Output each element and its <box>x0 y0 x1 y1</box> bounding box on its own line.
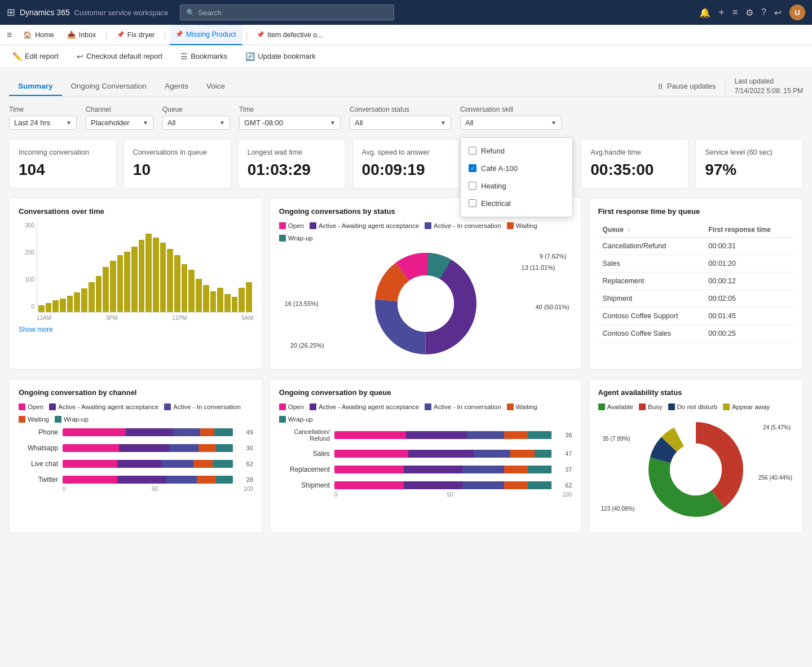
tab-agents[interactable]: Agents <box>156 77 197 96</box>
queue-active-in-label: Active - In conversation <box>434 403 501 410</box>
filter-queue-select[interactable]: All ▼ <box>162 116 230 130</box>
agent-away-dot <box>723 403 730 410</box>
channel-phone-track <box>63 428 233 436</box>
home-icon: 🏠 <box>23 30 32 39</box>
twitter-seg-waiting <box>197 476 215 484</box>
search-input[interactable] <box>198 8 388 17</box>
skill-cafe-checkbox[interactable]: ✓ <box>469 164 476 172</box>
last-updated-label: Last updated <box>735 77 803 86</box>
add-icon[interactable]: + <box>718 7 725 19</box>
tab-home[interactable]: 🏠 Home <box>17 25 60 45</box>
filter-conv-skill-select[interactable]: All ▼ <box>460 116 562 130</box>
cancel-seg-active-await <box>406 431 467 439</box>
first-response-title: First response time by queue <box>598 207 793 216</box>
skill-refund-checkbox[interactable] <box>469 147 476 155</box>
twitter-seg-wrapup <box>216 476 233 484</box>
first-response-table-scroll[interactable]: Queue ↑ First response time Cancellation… <box>598 222 793 343</box>
agent-legend-away: Appear away <box>723 403 770 410</box>
bar-15 <box>139 240 145 311</box>
livechat-seg-wrapup <box>213 460 233 468</box>
y-label-300: 300 <box>19 222 34 229</box>
ongoing-by-channel-card: Ongoing conversation by channel Open Act… <box>9 379 263 533</box>
app-grid-icon[interactable]: ⊞ <box>7 6 15 19</box>
edit-report-button[interactable]: ✏️ Edit report <box>9 50 62 63</box>
bar-26 <box>217 288 223 312</box>
skill-refund-item[interactable]: Refund <box>461 142 572 160</box>
queue-replacement-label: Replacement <box>279 466 330 473</box>
skill-heating-item[interactable]: Heating <box>461 177 572 195</box>
filter-queue-label: Queue <box>162 106 230 113</box>
search-box[interactable]: 🔍 <box>180 5 394 20</box>
checkout-default-report-button[interactable]: ↩ Checkout default report <box>73 50 166 63</box>
queue-row-cancel-refund: Cancellation/ Refund 36 <box>279 428 572 442</box>
filter-time-select[interactable]: Last 24 hrs ▼ <box>9 116 77 130</box>
channel-twitter-label: Twitter <box>19 476 58 484</box>
sales-seg-active-in <box>474 450 511 458</box>
channel-twitter-track <box>63 476 233 484</box>
tab-voice[interactable]: Voice <box>197 77 234 96</box>
skill-electrical-checkbox[interactable] <box>469 199 476 207</box>
top-navigation: ⊞ Dynamics 365 Customer service workspac… <box>0 0 812 25</box>
filter-time2-select[interactable]: GMT -08:00 ▼ <box>239 116 341 130</box>
ongoing-by-queue-title: Ongoing conversation by queue <box>279 388 572 397</box>
filter-channel-select[interactable]: Placeholder ▼ <box>86 116 153 130</box>
col-queue[interactable]: Queue ↑ <box>598 222 704 238</box>
help-icon[interactable]: ? <box>761 7 766 17</box>
sales-seg-active-await <box>408 450 474 458</box>
queue-active-await-label: Active - Awaiting agent acceptance <box>319 403 419 410</box>
tab-item-defective[interactable]: 📌 Item defective o... <box>251 25 329 45</box>
sort-icon: ↑ <box>628 227 630 233</box>
tab-missing-product[interactable]: 📌 Missing Product <box>170 25 242 45</box>
skill-electrical-item[interactable]: Electrical <box>461 195 572 212</box>
pin-icon-2: 📌 <box>175 30 183 38</box>
channel-active-await-dot <box>49 403 56 410</box>
legend-active-awaiting: Active - Awaiting agent acceptance <box>310 222 419 229</box>
filter-time-chevron: ▼ <box>66 120 72 126</box>
update-bookmark-icon: 🔄 <box>245 52 255 61</box>
pause-icon: ⏸ <box>656 82 664 91</box>
filter-conv-status-select[interactable]: All ▼ <box>350 116 451 130</box>
channel-active-in-dot <box>164 403 171 410</box>
update-bookmark-button[interactable]: 🔄 Update bookmark <box>242 50 319 63</box>
ongoing-by-status-card: Ongoing conversations by status Open Act… <box>270 198 582 370</box>
bar-3 <box>52 300 59 312</box>
channel-legend: Open Active - Awaiting agent acceptance … <box>19 403 253 423</box>
queue-legend-open: Open <box>279 403 304 410</box>
channel-wrapup-label: Wrap-up <box>64 416 89 423</box>
tab-fix-dryer[interactable]: 📌 Fix dryer <box>111 25 161 45</box>
settings-icon[interactable]: ⚙ <box>745 7 753 18</box>
bar-6 <box>74 292 80 312</box>
tab-menu-icon[interactable]: ≡ <box>5 28 14 42</box>
bar-7 <box>81 288 87 311</box>
replacement-seg-active-in <box>462 466 504 473</box>
legend-waiting-dot <box>507 222 514 229</box>
tab-ongoing-conversation[interactable]: Ongoing Conversation <box>62 77 156 96</box>
skill-heating-checkbox[interactable] <box>469 182 476 190</box>
filter-conv-skill-chevron: ▼ <box>551 120 557 126</box>
bar-29 <box>239 288 245 312</box>
tab-inbox[interactable]: 📥 Inbox <box>61 25 103 45</box>
agent-label-35: 35 (7.99%) <box>603 436 630 442</box>
channel-legend-waiting: Waiting <box>19 416 49 423</box>
notification-icon[interactable]: 🔔 <box>699 7 710 18</box>
bar-20 <box>174 255 180 311</box>
queue-replacement-track <box>334 466 552 473</box>
legend-wrapup: Wrap-up <box>279 235 313 242</box>
channel-waiting-dot <box>19 416 25 423</box>
show-more-button[interactable]: Show more <box>19 326 53 334</box>
avatar[interactable]: U <box>789 5 805 20</box>
filter-time: Time Last 24 hrs ▼ <box>9 106 77 130</box>
legend-open-label: Open <box>288 222 304 229</box>
kpi-speed-value: 00:09:19 <box>362 161 451 179</box>
whatsapp-seg-waiting <box>198 444 215 452</box>
pause-updates-button[interactable]: ⏸ Pause updates <box>656 82 716 91</box>
filter-icon[interactable]: ≡ <box>732 7 738 17</box>
queue-cancel-label: Cancellation/ Refund <box>279 428 330 442</box>
skill-cafe-item[interactable]: ✓ Café A-100 <box>461 160 572 177</box>
queue-row-replacement: Replacement 37 <box>279 466 572 473</box>
bookmarks-button[interactable]: ☰ Bookmarks <box>177 50 231 63</box>
tab-summary[interactable]: Summary <box>9 77 62 96</box>
feedback-icon[interactable]: ↩ <box>774 7 782 18</box>
first-response-table: Queue ↑ First response time Cancellation… <box>598 222 793 343</box>
conv-skill-dropdown: Refund ✓ Café A-100 Heating Electrical <box>460 137 573 217</box>
